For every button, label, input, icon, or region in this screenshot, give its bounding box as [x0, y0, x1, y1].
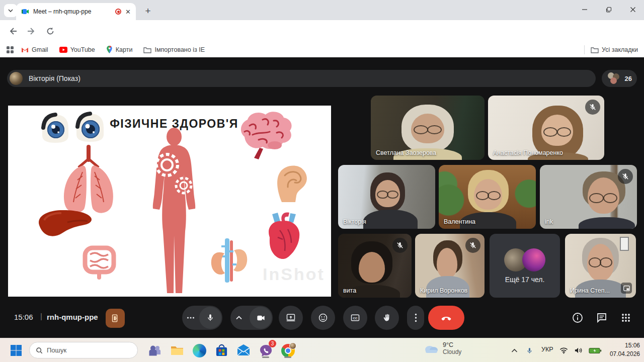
mail-app-icon[interactable] — [235, 342, 252, 358]
video-tile-viktoria[interactable]: Вікторія — [338, 165, 435, 229]
battery-icon[interactable] — [588, 344, 603, 356]
participant-name: Валентина — [444, 218, 475, 225]
taskbar-search[interactable]: Пошук — [29, 342, 138, 358]
participants-count-button[interactable]: 26 — [602, 70, 637, 87]
cloud-icon — [424, 343, 439, 354]
lungs-illustration — [64, 147, 113, 213]
video-tile-valentina[interactable]: Валентина — [439, 165, 536, 229]
bookmark-maps[interactable]: Карти — [106, 46, 133, 54]
video-tile-irina[interactable]: Ирина Степ... — [565, 234, 636, 298]
reload-button[interactable] — [44, 25, 56, 37]
tray-microphone-icon[interactable] — [523, 344, 535, 356]
participant-name: Ирина Степ... — [570, 287, 610, 294]
chevron-down-icon — [8, 8, 14, 14]
activities-button[interactable] — [620, 312, 632, 324]
viber-app-icon[interactable]: 3 — [258, 342, 274, 358]
camera-options-chevron-icon[interactable] — [230, 316, 248, 320]
pip-icon — [621, 283, 632, 294]
tray-overflow-button[interactable] — [508, 344, 520, 356]
back-arrow-icon — [9, 27, 18, 36]
presenter-avatar — [10, 72, 23, 85]
smiley-icon — [318, 313, 328, 323]
video-tile-kiril[interactable]: Кирил Воронков — [415, 234, 485, 298]
volume-icon[interactable] — [573, 344, 585, 356]
window-close-button[interactable] — [622, 0, 644, 19]
all-bookmarks-button[interactable]: Усі закладки — [591, 46, 638, 53]
raise-hand-button[interactable] — [375, 306, 399, 330]
back-button[interactable] — [7, 25, 19, 37]
chrome-logo — [281, 344, 295, 357]
new-tab-button[interactable]: + — [142, 5, 154, 17]
file-explorer-icon[interactable] — [169, 342, 185, 358]
presentation-tile[interactable]: ФІЗИЧНЕ ЗДОРОВ'Я — [8, 106, 331, 297]
end-call-button[interactable] — [428, 306, 464, 330]
window-minimize-button[interactable] — [574, 0, 596, 19]
tab-close-button[interactable]: ✕ — [125, 9, 131, 15]
heart-illustration — [269, 213, 299, 259]
microsoft-store-icon[interactable] — [213, 342, 229, 358]
captions-button[interactable]: CC — [343, 306, 367, 330]
chevron-up-icon — [511, 348, 518, 353]
youtube-icon — [59, 47, 67, 53]
folder-icon — [143, 47, 151, 53]
mic-muted-icon — [585, 100, 600, 115]
mic-icon — [199, 307, 221, 329]
leave-room-door-icon[interactable] — [106, 309, 125, 328]
browser-tab[interactable]: Meet – rnh-qmup-ppe ✕ — [16, 3, 136, 20]
chrome-app-icon[interactable] — [280, 342, 296, 358]
close-icon — [630, 7, 636, 13]
weather-widget[interactable]: 9°C Cloudy — [424, 341, 461, 355]
presenter-banner[interactable]: Вікторія (Показ) — [7, 70, 596, 87]
bookmark-gmail[interactable]: Gmail — [21, 46, 48, 53]
tab-search-button[interactable] — [4, 4, 17, 17]
video-tile-anastasia[interactable]: Анастасія Пономаренко — [488, 96, 604, 160]
minimize-icon — [582, 7, 588, 13]
forward-button[interactable] — [25, 25, 37, 37]
more-participants-tile[interactable]: Ещё 17 чел. — [490, 234, 560, 298]
teams-app-icon[interactable] — [147, 342, 163, 358]
participant-name: Кирил Воронков — [420, 287, 467, 294]
taskbar-clock[interactable]: 15:06 07.04.2026 — [610, 341, 640, 359]
language-indicator[interactable]: УКР — [541, 346, 553, 353]
camera-button[interactable] — [230, 306, 273, 330]
avatar — [522, 248, 545, 272]
weather-condition: Cloudy — [443, 348, 461, 355]
video-tile-vita[interactable]: вита — [338, 234, 412, 298]
reactions-button[interactable] — [311, 306, 335, 330]
participant-name: ink — [545, 218, 553, 225]
wifi-icon[interactable] — [557, 344, 570, 356]
browser-tab-strip: Meet – rnh-qmup-ppe ✕ + — [0, 0, 644, 20]
edge-browser-icon[interactable] — [191, 342, 207, 358]
apps-grid-icon[interactable] — [6, 46, 14, 54]
mic-options-dots-icon[interactable] — [182, 316, 199, 319]
window-maximize-button[interactable] — [598, 0, 620, 19]
bookmark-folder-imported[interactable]: Імпортовано із IE — [143, 46, 205, 53]
more-participants-label: Ещё 17 чел. — [505, 276, 545, 284]
clock-time: 15:06 — [610, 341, 640, 350]
microphone-button[interactable] — [182, 306, 222, 330]
meet-main-area: Вікторія (Показ) 26 ФІЗИЧНЕ ЗДОРОВ'Я — [0, 57, 644, 338]
search-icon — [36, 347, 43, 354]
chat-button[interactable] — [596, 312, 608, 324]
more-options-button[interactable] — [407, 306, 424, 330]
svg-text:CC: CC — [353, 316, 358, 320]
start-button[interactable] — [8, 342, 24, 358]
meeting-details-button[interactable] — [572, 312, 584, 324]
brain-illustration — [241, 112, 292, 159]
raised-hand-icon — [382, 313, 392, 323]
kidneys-illustration — [211, 238, 247, 283]
participant-name: Светлана Заозерова — [376, 149, 436, 156]
video-tile-svetlana[interactable]: Светлана Заозерова — [371, 96, 485, 160]
windows-taskbar: Пошук 3 — [0, 338, 644, 362]
video-tile-ink[interactable]: ink — [540, 165, 637, 229]
liver-illustration — [39, 210, 92, 236]
edge-logo — [193, 344, 206, 357]
divider — [584, 45, 585, 54]
viber-badge: 3 — [269, 340, 276, 347]
bookmark-youtube[interactable]: YouTube — [59, 46, 95, 53]
mic-muted-icon — [618, 169, 633, 184]
overflow-avatars — [504, 248, 545, 272]
present-screen-button[interactable] — [279, 306, 303, 330]
maps-pin-icon — [106, 46, 113, 54]
chat-icon — [596, 312, 608, 324]
